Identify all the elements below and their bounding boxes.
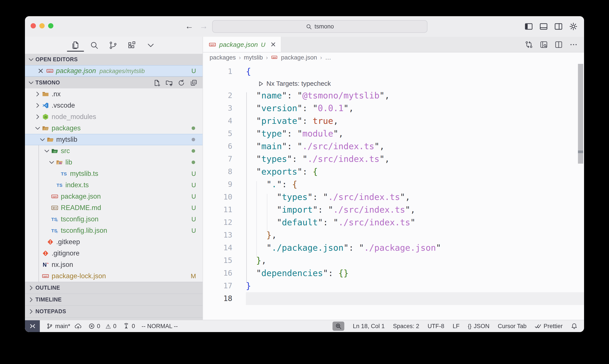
eol[interactable]: LF	[453, 323, 460, 329]
activity-source-control-icon[interactable]	[108, 40, 118, 51]
tree-item-.gitignore[interactable]: .gitignore	[25, 248, 203, 259]
code-line-4[interactable]: 4 "private": true,	[203, 115, 584, 127]
tree-item-README.md[interactable]: MREADME.mdU	[25, 202, 203, 213]
tree-item-mytslib.ts[interactable]: TSmytslib.tsU	[25, 168, 203, 179]
tree-item-package.json[interactable]: npmpackage.jsonU	[25, 191, 203, 202]
activity-chevron-down-icon[interactable]	[146, 40, 155, 51]
encoding[interactable]: UTF-8	[428, 323, 444, 329]
cursor-position[interactable]: Ln 18, Col 1	[353, 323, 385, 329]
section-header-outline[interactable]: OUTLINE	[25, 282, 203, 294]
breadcrumb-item[interactable]: …	[325, 54, 331, 61]
tree-item-lib[interactable]: lib	[25, 157, 203, 168]
zoom-window-button[interactable]	[48, 23, 53, 28]
tree-item-tsconfig.json[interactable]: TStsconfig.jsonU	[25, 213, 203, 225]
code-line-13[interactable]: 13 },	[203, 229, 584, 242]
line-text: "main": "./src/index.ts",	[246, 140, 385, 153]
activity-extensions-icon[interactable]	[127, 40, 137, 51]
activity-search-icon[interactable]	[90, 40, 99, 51]
ports[interactable]: 0	[123, 323, 135, 329]
code-line-11[interactable]: 11 "import": "./src/index.ts",	[203, 203, 584, 216]
problems[interactable]: 0⚠0	[88, 323, 116, 330]
collapse-all-icon[interactable]	[190, 79, 197, 86]
code-line-16[interactable]: 16 "dependencies": {}	[203, 267, 584, 280]
layout-panel-icon[interactable]	[539, 22, 548, 31]
gear-icon[interactable]	[569, 22, 578, 31]
close-window-button[interactable]	[31, 23, 36, 28]
git-branch[interactable]: main*	[46, 323, 82, 329]
close-icon[interactable]	[37, 67, 44, 74]
chevron-down-icon[interactable]	[38, 136, 46, 143]
code-line-10[interactable]: 10 "types": "./src/index.ts",	[203, 191, 584, 203]
forward-button[interactable]: →	[199, 21, 208, 31]
vim-mode[interactable]: -- NORMAL --	[142, 323, 178, 329]
code-line-17[interactable]: 17}	[203, 280, 584, 292]
chevron-right-icon[interactable]	[34, 91, 41, 98]
chevron-down-icon[interactable]	[34, 125, 41, 132]
formatter[interactable]: Prettier	[535, 323, 563, 329]
search-icon	[306, 23, 312, 29]
tree-item-node_modules[interactable]: JSnode_modules	[25, 111, 203, 122]
section-header-timeline[interactable]: TIMELINE	[25, 294, 203, 305]
tree-item-src[interactable]: </>src	[25, 145, 203, 157]
indentation[interactable]: Spaces: 2	[393, 323, 419, 329]
close-icon[interactable]	[270, 41, 276, 48]
tree-item-.gitkeep[interactable]: .gitkeep	[25, 236, 203, 248]
breadcrumb-item[interactable]: package.json	[281, 54, 317, 61]
layout-split-icon[interactable]	[554, 22, 563, 31]
split-editor-icon[interactable]	[554, 40, 563, 49]
editor-scrollbar[interactable]	[578, 64, 583, 164]
chevron-down-icon[interactable]	[43, 147, 51, 155]
line-text: }	[246, 280, 251, 292]
new-folder-icon[interactable]	[165, 79, 173, 86]
code-line-18[interactable]: 18	[203, 292, 584, 305]
notifications[interactable]	[571, 323, 578, 329]
breadcrumb-item[interactable]: packages	[209, 54, 236, 61]
tree-item-label: .vscode	[52, 102, 75, 109]
tree-item-packages[interactable]: packages	[25, 122, 203, 134]
code-editor[interactable]: 1{Nx Targets: typecheck2 "name": "@tsmon…	[203, 62, 584, 320]
chevron-right-icon[interactable]	[34, 102, 41, 109]
code-line-6[interactable]: 6 "main": "./src/index.ts",	[203, 140, 584, 153]
new-file-icon[interactable]	[153, 79, 161, 86]
command-center-search[interactable]: tsmono	[212, 20, 428, 33]
refresh-icon[interactable]	[178, 79, 185, 86]
code-line-8[interactable]: 8 "exports": {	[203, 165, 584, 178]
compare-changes-icon[interactable]	[525, 40, 533, 49]
codelens-run-action[interactable]: Nx Targets: typecheck	[203, 78, 584, 89]
code-line-15[interactable]: 15 },	[203, 254, 584, 267]
code-line-12[interactable]: 12 "default": "./src/index.ts"	[203, 216, 584, 229]
section-header-notepads[interactable]: NOTEPADS	[25, 305, 203, 317]
language-mode[interactable]: {}JSON	[468, 323, 490, 329]
problems-label2: 0	[113, 323, 116, 329]
tree-item-package-lock.json[interactable]: npmpackage-lock.jsonM	[25, 270, 203, 282]
tree-item-nx.json[interactable]: Nnx.json	[25, 259, 203, 270]
minimize-window-button[interactable]	[39, 23, 45, 28]
code-line-1[interactable]: 1{	[203, 65, 584, 78]
tree-item-.nx[interactable]: .nx	[25, 88, 203, 100]
open-editors-header[interactable]: OPEN EDITORS	[25, 54, 203, 65]
chevron-right-icon[interactable]	[34, 113, 41, 120]
code-line-9[interactable]: 9 ".": {	[203, 178, 584, 191]
code-line-7[interactable]: 7 "types": "./src/index.ts",	[203, 153, 584, 165]
back-button[interactable]: ←	[185, 21, 193, 31]
cursor-tab[interactable]: Cursor Tab	[498, 323, 527, 329]
tree-item-.vscode[interactable]: .vscode	[25, 100, 203, 111]
tree-item-mytslib[interactable]: mytslib	[25, 134, 203, 145]
remote-indicator[interactable]	[25, 320, 40, 332]
explorer-header[interactable]: TSMONO	[25, 77, 203, 88]
layout-sidebar-icon[interactable]	[524, 22, 533, 31]
code-line-5[interactable]: 5 "type": "module",	[203, 127, 584, 140]
open-preview-icon[interactable]	[539, 40, 548, 49]
tree-item-index.ts[interactable]: TSindex.tsU	[25, 179, 203, 191]
screen-zoom[interactable]	[333, 322, 345, 331]
tab-package-json[interactable]: npm package.json U	[203, 37, 281, 52]
code-line-14[interactable]: 14 "./package.json": "./package.json"	[203, 242, 584, 254]
open-editor-item-package.json[interactable]: npmpackage.jsonpackages/mytslibU	[25, 65, 203, 77]
tree-item-tsconfig.lib.json[interactable]: TStsconfig.lib.jsonU	[25, 225, 203, 236]
code-line-3[interactable]: 3 "version": "0.0.1",	[203, 102, 584, 115]
chevron-down-icon[interactable]	[48, 159, 55, 166]
code-line-2[interactable]: 2 "name": "@tsmono/mytslib",	[203, 89, 584, 102]
breadcrumb-item[interactable]: mytslib	[244, 54, 263, 61]
activity-files-icon[interactable]	[71, 40, 80, 51]
more-actions-icon[interactable]	[569, 40, 578, 49]
